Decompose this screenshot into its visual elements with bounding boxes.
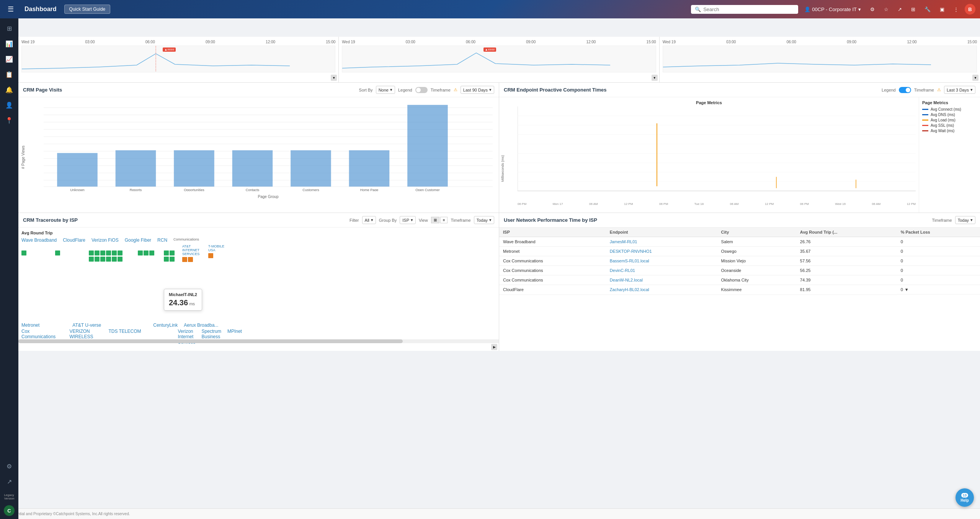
rcn-blocks-2	[164, 257, 179, 262]
heatmap-cell[interactable]	[170, 250, 175, 255]
heatmap-cell[interactable]	[106, 257, 111, 262]
view-grid-button[interactable]: ⊞	[431, 217, 439, 223]
network-perf-table: ISP Endpoint City Avg Round Trip (... % …	[499, 228, 980, 295]
help-button[interactable]: 13 Help	[956, 488, 974, 507]
sidebar-location-icon[interactable]: 📍	[2, 113, 16, 127]
collapse-button-3[interactable]: ▼	[972, 75, 978, 81]
heatmap-cell[interactable]	[89, 250, 94, 255]
time-label: 03:00	[85, 40, 95, 44]
heatmap-cell[interactable]	[95, 257, 100, 262]
settings-icon[interactable]: ⚙	[867, 5, 878, 14]
heatmap-cell[interactable]	[182, 257, 187, 262]
time-label-tue18: Tue 18	[694, 202, 704, 206]
cell-isp-2: Metronet	[499, 247, 606, 256]
heatmap-cell[interactable]	[138, 250, 143, 255]
heatmap-cell[interactable]	[208, 253, 213, 258]
heatmap-cell[interactable]	[144, 250, 149, 255]
isp-wave-broadband[interactable]: Wave Broadband	[21, 237, 57, 243]
sidebar-external-icon[interactable]: ↗	[2, 475, 16, 488]
legend-toggle-endpoint[interactable]	[899, 87, 911, 93]
view-list-button[interactable]: ≡	[440, 217, 448, 223]
heatmap-cell[interactable]	[21, 250, 26, 255]
heatmap-cell[interactable]	[164, 257, 169, 262]
hamburger-menu-icon[interactable]: ☰	[5, 3, 17, 15]
sidebar-user-icon[interactable]: 👤	[2, 98, 16, 112]
sidebar-avatar-icon[interactable]: C	[4, 505, 15, 516]
isp-communications[interactable]: Communications	[173, 237, 199, 243]
legend-label-load: Avg Load (ms)	[931, 118, 956, 122]
sidebar-dashboard-icon[interactable]: 📊	[2, 37, 16, 51]
heatmap-cell[interactable]	[55, 250, 60, 255]
heatmap-cell[interactable]	[100, 257, 105, 262]
isp-centurylink[interactable]: CenturyLink	[153, 323, 178, 328]
endpoint-link-3[interactable]: BassemS-RL01.local	[610, 259, 649, 263]
avatar[interactable]: B	[965, 4, 975, 15]
network-table-scroll[interactable]: ISP Endpoint City Avg Round Trip (... % …	[499, 228, 980, 336]
sort-by-dropdown[interactable]: None ▾	[376, 86, 395, 94]
cell-city-1: Salem	[717, 237, 796, 247]
timeframe-dropdown-endpoint[interactable]: Last 3 Days ▾	[944, 86, 975, 94]
h-scrollbar[interactable]	[18, 339, 499, 343]
isp-google-fiber[interactable]: Google Fiber	[125, 237, 151, 243]
heatmap-cell[interactable]	[112, 250, 117, 255]
heatmap-cell[interactable]	[100, 250, 105, 255]
nav-logo[interactable]: Dashboard	[20, 4, 61, 14]
isp-att-internet[interactable]: AT&T INTERNETSERVICES	[182, 244, 205, 256]
window-icon[interactable]: ▣	[937, 5, 947, 14]
isp-cloudflare[interactable]: CloudFlare	[63, 237, 85, 243]
heatmap-cell[interactable]	[89, 257, 94, 262]
endpoint-link-5[interactable]: DeanW-NL2.local	[610, 278, 643, 282]
share-icon[interactable]: ↗	[895, 5, 905, 14]
heatmap-cell[interactable]	[112, 257, 117, 262]
sidebar-chart-icon[interactable]: 📈	[2, 52, 16, 66]
user-profile-button[interactable]: 👤 00CP - Corporate IT ▾	[801, 5, 864, 14]
sidebar-alert-icon[interactable]: 🔔	[2, 83, 16, 97]
heatmap-cell[interactable]	[188, 257, 193, 262]
collapse-button-1[interactable]: ▼	[331, 75, 337, 81]
timeframe-dropdown-visits[interactable]: Last 90 Days ▾	[461, 86, 494, 94]
legend-toggle[interactable]	[415, 87, 428, 93]
dots-menu-icon[interactable]: ⋮	[951, 5, 962, 14]
heatmap-cell[interactable]	[118, 257, 122, 262]
search-input[interactable]	[703, 7, 794, 12]
endpoint-link-2[interactable]: DESKTOP-RNVNHO1	[610, 249, 652, 254]
grid-icon[interactable]: ⊞	[908, 5, 918, 14]
heatmap-cell[interactable]	[95, 250, 100, 255]
expand-icon[interactable]: ▼	[905, 287, 909, 292]
time-label-mon17: Mon 17	[553, 202, 563, 206]
legend-color-wait	[922, 130, 928, 131]
timeframe-dropdown-traceroute[interactable]: Today ▾	[474, 216, 494, 224]
scroll-right-button[interactable]: ▶	[491, 344, 497, 350]
sidebar-report-icon[interactable]: 📋	[2, 67, 16, 81]
heatmap-cell[interactable]	[170, 257, 175, 262]
time-label-12pm: 12 PM	[624, 202, 633, 206]
sidebar-settings-icon[interactable]: ⚙	[2, 459, 16, 473]
endpoint-link-1[interactable]: JamesM-RL01	[610, 239, 637, 244]
cell-rt-1: 26.76	[796, 237, 897, 247]
sidebar-home-icon[interactable]: ⊞	[2, 21, 16, 35]
star-icon[interactable]: ☆	[881, 5, 892, 14]
heatmap-cell[interactable]	[164, 250, 169, 255]
isp-aerux[interactable]: Aerux Broadba...	[184, 323, 218, 328]
heatmap-cell[interactable]	[106, 250, 111, 255]
endpoint-link-4[interactable]: DevinC-RL01	[610, 268, 635, 273]
heatmap-cell[interactable]	[149, 250, 154, 255]
isp-rcn[interactable]: RCN	[157, 237, 167, 243]
heatmap-cell[interactable]	[118, 250, 122, 255]
timeframe-dropdown-network[interactable]: Today ▾	[955, 216, 975, 224]
col-avg-rt: Avg Round Trip (...	[796, 228, 897, 237]
isp-metronet[interactable]: Metronet	[21, 323, 39, 328]
isp-verizon-fios[interactable]: Verizon FiOS	[91, 237, 119, 243]
legend-color-dns	[922, 114, 928, 115]
endpoint-link-6[interactable]: ZacharyH-BL02.local	[610, 287, 649, 292]
isp-att-uverse[interactable]: AT&T U-verse	[72, 323, 101, 328]
collapse-button-2[interactable]: ▼	[652, 75, 658, 81]
extension-icon[interactable]: 🔧	[921, 5, 934, 14]
h-scrollbar-thumb[interactable]	[18, 339, 403, 343]
quick-start-button[interactable]: Quick Start Guide	[64, 5, 111, 14]
isp-labels-row: Wave Broadband CloudFlare Verizon FiOS G…	[21, 237, 496, 243]
group-by-dropdown[interactable]: ISP ▾	[400, 216, 416, 224]
filter-dropdown[interactable]: All ▾	[362, 216, 376, 224]
isp-tmobile[interactable]: T-MOBILEUSA	[208, 244, 231, 252]
sidebar-legacy-icon[interactable]: LegacyVersion	[2, 490, 16, 504]
